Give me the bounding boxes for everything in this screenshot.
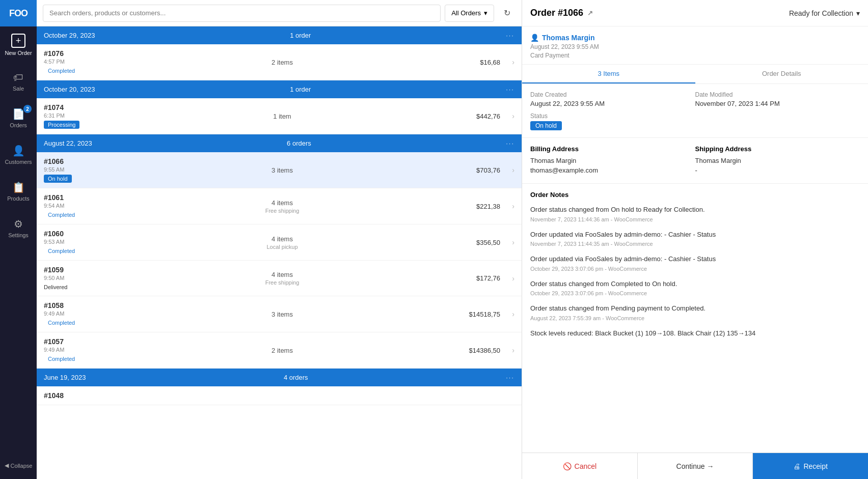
- sidebar-item-customers[interactable]: 👤 Customers: [0, 136, 37, 173]
- order-amount-1074: $442,76: [449, 112, 500, 120]
- notes-section: Order Notes Order status changed from On…: [522, 184, 868, 352]
- note-item-2: Order updated via FooSales by admin-demo…: [530, 254, 860, 272]
- group-count-aug22: 6 orders: [287, 139, 311, 147]
- status-badge-1076: Completed: [44, 67, 79, 75]
- refresh-button[interactable]: ↻: [498, 5, 516, 22]
- order-amount-1059: $172,76: [449, 274, 500, 282]
- date-created-section: Date Created August 22, 2023 9:55 AM: [530, 91, 695, 107]
- order-time-1059: 9:50 AM: [44, 275, 115, 281]
- continue-button[interactable]: Continue →: [638, 453, 753, 479]
- app-logo: FOO: [0, 0, 37, 26]
- status-badge-1074: Processing: [44, 121, 79, 129]
- cancel-button[interactable]: 🚫 Cancel: [522, 453, 638, 479]
- group-menu-oct20[interactable]: ···: [506, 86, 514, 93]
- sidebar-orders-label: Orders: [10, 122, 27, 128]
- order-status-1076: Completed: [44, 67, 115, 75]
- billing-title: Billing Address: [530, 145, 695, 153]
- group-header-oct20: October 20, 2023 1 order ···: [37, 80, 522, 98]
- group-header-aug22: August 22, 2023 6 orders ···: [37, 134, 522, 152]
- note-item-4: Order status changed from Pending paymen…: [530, 303, 860, 321]
- sidebar: FOO + New Order 🏷 Sale 📄 Orders 2 👤 Cust…: [0, 0, 37, 479]
- order-items-1074: 1 item: [119, 112, 445, 120]
- group-menu-oct29[interactable]: ···: [506, 32, 514, 39]
- tab-order-details[interactable]: Order Details: [695, 65, 869, 83]
- order-time-1076: 4:57 PM: [44, 59, 115, 65]
- toolbar: All Orders ▾ ↻: [37, 0, 522, 26]
- order-row-1074[interactable]: #1074 6:31 PM Processing 1 item $442,76 …: [37, 98, 522, 134]
- billing-email: thomas@example.com: [530, 166, 695, 174]
- group-menu-jun19[interactable]: ···: [506, 374, 514, 381]
- continue-label: Continue →: [676, 462, 714, 470]
- group-date-aug22: August 22, 2023: [44, 139, 92, 147]
- order-row-1058[interactable]: #1058 9:49 AM Completed 3 items $14518,7…: [37, 296, 522, 332]
- order-title-text: Order #1066: [530, 8, 583, 18]
- receipt-button[interactable]: 🖨 Receipt: [753, 453, 868, 479]
- order-row-1059[interactable]: #1059 9:50 AM Delivered 4 items Free shi…: [37, 261, 522, 296]
- sidebar-settings-label: Settings: [8, 232, 29, 238]
- order-row-1076[interactable]: #1076 4:57 PM Completed 2 items $16,68 ›: [37, 44, 522, 80]
- group-date-oct20: October 20, 2023: [44, 86, 95, 93]
- order-time-1060: 9:53 AM: [44, 239, 115, 245]
- order-row-1057[interactable]: #1057 9:49 AM Completed 2 items $14386,5…: [37, 332, 522, 369]
- note-item-0: Order status changed from On hold to Rea…: [530, 205, 860, 222]
- order-items-1066: 3 items: [119, 166, 445, 174]
- order-info-1058: #1058 9:49 AM Completed: [44, 301, 115, 327]
- addresses-section: Billing Address Thomas Margin thomas@exa…: [522, 138, 868, 184]
- order-arrow-1061: ›: [504, 202, 514, 210]
- order-row-1061[interactable]: #1061 9:54 AM Completed 4 items Free shi…: [37, 188, 522, 224]
- status-badge-1066: On hold: [44, 175, 72, 183]
- billing-name: Thomas Margin: [530, 157, 695, 164]
- status-badge-1058: Completed: [44, 319, 79, 327]
- filter-dropdown[interactable]: All Orders ▾: [445, 5, 494, 22]
- collapse-button[interactable]: ◀ Collapse: [1, 458, 37, 473]
- orders-icon: 📄: [12, 108, 25, 120]
- status-section: Status On hold: [530, 112, 695, 130]
- order-row-1060[interactable]: #1060 9:53 AM Completed 4 items Local pi…: [37, 224, 522, 261]
- status-badge-1059: Delivered: [44, 284, 67, 290]
- order-items-1057: 2 items: [119, 347, 445, 354]
- status-label: Ready for Collection: [789, 9, 853, 17]
- tabs-row: 3 Items Order Details: [522, 65, 868, 84]
- group-count-oct29: 1 order: [290, 32, 311, 39]
- new-order-button[interactable]: + New Order: [0, 26, 37, 63]
- note-item-1: Order updated via FooSales by admin-demo…: [530, 230, 860, 247]
- order-num-1060: #1060: [44, 230, 115, 238]
- sidebar-sale-label: Sale: [13, 86, 24, 92]
- details-grid: Date Created August 22, 2023 9:55 AM Dat…: [522, 84, 868, 138]
- order-info-1076: #1076 4:57 PM Completed: [44, 49, 115, 75]
- search-input[interactable]: [43, 5, 441, 22]
- note-meta-1: November 7, 2023 11:44:35 am - WooCommer…: [530, 241, 860, 247]
- filter-label: All Orders: [451, 9, 481, 17]
- sidebar-item-orders[interactable]: 📄 Orders 2: [0, 100, 37, 136]
- note-text-0: Order status changed from On hold to Rea…: [530, 205, 860, 215]
- note-meta-3: October 29, 2023 3:07:06 pm - WooCommerc…: [530, 290, 860, 296]
- order-time-1061: 9:54 AM: [44, 203, 115, 209]
- external-link-icon[interactable]: ↗: [587, 9, 593, 17]
- tab-items[interactable]: 3 Items: [522, 65, 695, 83]
- order-num-1074: #1074: [44, 103, 115, 111]
- sidebar-customers-label: Customers: [5, 159, 32, 165]
- sidebar-item-settings[interactable]: ⚙ Settings: [0, 210, 37, 246]
- sidebar-item-sale[interactable]: 🏷 Sale: [0, 63, 37, 100]
- plus-icon: +: [11, 34, 25, 48]
- order-row-1066[interactable]: #1066 9:55 AM On hold 3 items $703,76 ›: [37, 152, 522, 188]
- order-row-1048[interactable]: #1048: [37, 386, 522, 405]
- order-time-1074: 6:31 PM: [44, 112, 115, 119]
- group-header-jun19: June 19, 2023 4 orders ···: [37, 369, 522, 386]
- note-meta-0: November 7, 2023 11:44:36 am - WooCommer…: [530, 216, 860, 222]
- sidebar-item-products[interactable]: 📋 Products: [0, 173, 37, 210]
- status-dropdown[interactable]: Ready for Collection ▾: [789, 9, 860, 17]
- order-items-1061: 4 items Free shipping: [119, 199, 445, 214]
- order-items-1060: 4 items Local pickup: [119, 235, 445, 250]
- group-date-oct29: October 29, 2023: [44, 32, 95, 39]
- chevron-down-icon: ▾: [484, 9, 487, 17]
- order-shipping-1059: Free shipping: [119, 279, 445, 286]
- group-menu-aug22[interactable]: ···: [506, 139, 514, 147]
- order-info-1048: #1048: [44, 391, 115, 400]
- status-label-field: Status: [530, 112, 695, 120]
- order-title: Order #1066 ↗: [530, 8, 593, 18]
- customer-name: 👤 Thomas Margin: [530, 34, 860, 42]
- order-amount-1076: $16,68: [449, 59, 500, 66]
- customers-icon: 👤: [12, 145, 25, 157]
- order-status-1074: Processing: [44, 121, 115, 129]
